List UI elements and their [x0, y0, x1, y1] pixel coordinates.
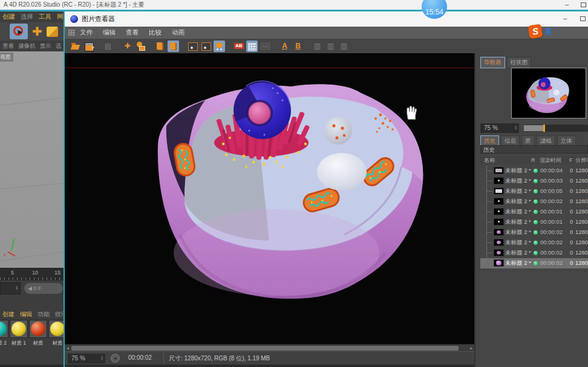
render-canvas[interactable] — [65, 53, 474, 344]
material-thumb-yellow2[interactable] — [48, 320, 64, 338]
scrollbar-thumb[interactable] — [71, 346, 459, 351]
history-row[interactable]: 未标题 2 * 00:00:02 0 1280x720 — [480, 227, 588, 238]
render-name: 未标题 2 * — [505, 167, 531, 175]
open-file-icon[interactable] — [70, 41, 81, 52]
功能[interactable]: 功能 — [38, 310, 50, 319]
column-f[interactable]: F — [569, 156, 573, 164]
navigator-zoom-slider[interactable] — [524, 125, 588, 132]
scale-tool-icon[interactable] — [47, 27, 58, 37]
main-window-titlebar: A 4D R20.026 Studio (RC - R20) - [未标题 2 … — [0, 0, 588, 10]
film-1-icon[interactable]: ▥ — [312, 41, 323, 52]
纹理[interactable]: 纹理 — [55, 310, 64, 319]
frame-stepper[interactable]: ⇕ — [0, 282, 21, 294]
viewer-minimize-button[interactable]: – — [560, 14, 570, 24]
horizontal-scrollbar[interactable]: ◂ ▸ — [65, 344, 474, 351]
status-record-icon[interactable] — [111, 354, 120, 363]
material-thumb-yellow1[interactable] — [10, 320, 28, 338]
viewport-label[interactable]: 视图 — [0, 53, 13, 62]
copy-to-b-icon[interactable] — [168, 41, 179, 52]
viewer-maximize-button[interactable] — [580, 16, 586, 21]
history-row[interactable]: 未标题 2 * 00:00:04 0 1280x720 — [480, 166, 588, 176]
pan-icon[interactable]: ✚ — [122, 41, 133, 52]
viewer-titlebar[interactable]: 图片查看器 – — [65, 11, 588, 27]
column-render-time[interactable]: 渲染时间 — [540, 156, 561, 164]
创建[interactable]: 创建 — [2, 13, 15, 21]
scroll-right-icon[interactable]: ▸ — [468, 345, 474, 351]
导航器[interactable]: 导航器 — [480, 57, 505, 68]
render-resolution: 1280x720 — [575, 259, 588, 266]
history-row[interactable]: 未标题 2 * 00:00:03 0 1280x720 — [480, 176, 588, 186]
工具[interactable]: 工具 — [39, 13, 51, 21]
film-2-icon[interactable]: ▥ — [325, 41, 336, 52]
viewport-edge-line — [0, 181, 64, 190]
status-green-dot-icon — [534, 189, 538, 193]
copy-to-a-icon[interactable] — [154, 41, 166, 52]
column-name[interactable]: 名称 — [484, 156, 495, 164]
menu-file[interactable]: 文件 — [80, 28, 93, 37]
c4d-viewport[interactable]: 视图 x — [0, 51, 64, 268]
menu-view[interactable]: 查看 — [126, 28, 139, 37]
film-3-icon[interactable]: ▥ — [338, 41, 350, 52]
history-row[interactable]: 未标题 2 * 00:00:01 0 1280x720 — [480, 207, 588, 217]
history-row[interactable]: 未标题 2 * 00:00:02 0 1280x720 — [480, 238, 588, 248]
timeline-ruler[interactable]: 5 10 15 — [0, 268, 64, 281]
render-name: 未标题 2 * — [505, 249, 531, 257]
set-a-icon[interactable]: A — [279, 41, 290, 52]
move-tool-icon[interactable]: ✚ — [32, 24, 42, 39]
scroll-left-icon[interactable]: ◂ — [65, 345, 71, 351]
histogram-icon[interactable]: ▤ — [102, 41, 114, 52]
column-r[interactable]: R — [531, 156, 535, 164]
ruler-tickmarks — [0, 278, 64, 280]
history-row[interactable]: 未标题 2 * 00:00:05 0 1280x720 — [480, 186, 588, 196]
material-thumb-teal[interactable] — [0, 320, 8, 338]
history-row[interactable]: 未标题 2 * 00:00:02 0 1280x720 — [480, 196, 588, 207]
frame-number: 0 — [570, 249, 573, 256]
ab-gray-icon[interactable] — [260, 41, 271, 52]
navigator-preview[interactable] — [511, 68, 586, 119]
material-thumb-red[interactable] — [29, 320, 47, 338]
compare-a-icon[interactable] — [187, 41, 198, 52]
网[interactable]: 网 — [57, 13, 64, 21]
live-selection-tool[interactable]: ➤ — [10, 24, 28, 39]
ab-red-icon[interactable] — [233, 41, 244, 52]
c4d-logo-icon — [70, 15, 78, 23]
zoom-figure-icon[interactable] — [135, 41, 146, 52]
创建[interactable]: 创建 — [2, 310, 15, 319]
编辑[interactable]: 编辑 — [20, 310, 32, 319]
compare-b-icon[interactable] — [200, 41, 212, 52]
选择[interactable]: 选择 — [21, 13, 33, 21]
history-row[interactable]: 未标题 2 * 00:00:02 0 1280x720 — [480, 248, 588, 258]
render-time: 00:00:02 — [540, 198, 563, 204]
save-icon[interactable] — [83, 41, 94, 52]
frame-slider[interactable]: ◀ 0 F — [24, 283, 63, 294]
查看[interactable]: 查看 — [2, 42, 14, 50]
显示[interactable]: 显示 — [40, 42, 51, 50]
set-b-icon[interactable]: B — [292, 41, 304, 52]
zoom-stepper-icon[interactable]: ⇕ — [514, 123, 518, 133]
render-thumbnail — [494, 259, 504, 267]
menu-edit[interactable]: 编辑 — [103, 28, 116, 37]
摄像机[interactable]: 摄像机 — [18, 42, 36, 50]
menu-animate[interactable]: 动画 — [172, 28, 185, 37]
material-label: 材质 — [47, 340, 64, 347]
柱状图[interactable]: 柱状图 — [507, 57, 532, 68]
history-row[interactable]: 未标题 2 * 00:00:02 0 1280x720 — [480, 258, 588, 268]
main-minimize-button[interactable]: – — [561, 0, 572, 10]
viewport-menubar: 查看摄像机显示选 — [0, 41, 64, 51]
history-row[interactable]: 未标题 2 * 00:00:01 0 1280x720 — [480, 217, 588, 227]
c4d-toolbar: ➤ ✚ — [0, 22, 64, 41]
c4d-menubar: 创建选择工具网 — [0, 11, 64, 22]
status-zoom-field[interactable]: 75 %⇕ — [68, 354, 105, 363]
menu-drag-handle-icon[interactable] — [68, 30, 75, 36]
render-thumbnail — [494, 187, 504, 195]
main-maximize-button[interactable] — [581, 2, 586, 7]
zoom-stepper-icon[interactable]: ⇕ — [100, 354, 104, 363]
tree-branch-icon — [486, 238, 487, 248]
column-resolution[interactable]: 分辨率 — [575, 156, 588, 164]
grid-view-icon[interactable] — [246, 41, 258, 52]
slider-thumb[interactable] — [524, 125, 543, 131]
compare-blend-icon[interactable] — [214, 41, 225, 52]
navigator-zoom-field[interactable]: 75 %⇕ — [480, 123, 519, 133]
选[interactable]: 选 — [56, 42, 62, 50]
menu-compare[interactable]: 比较 — [149, 28, 162, 37]
